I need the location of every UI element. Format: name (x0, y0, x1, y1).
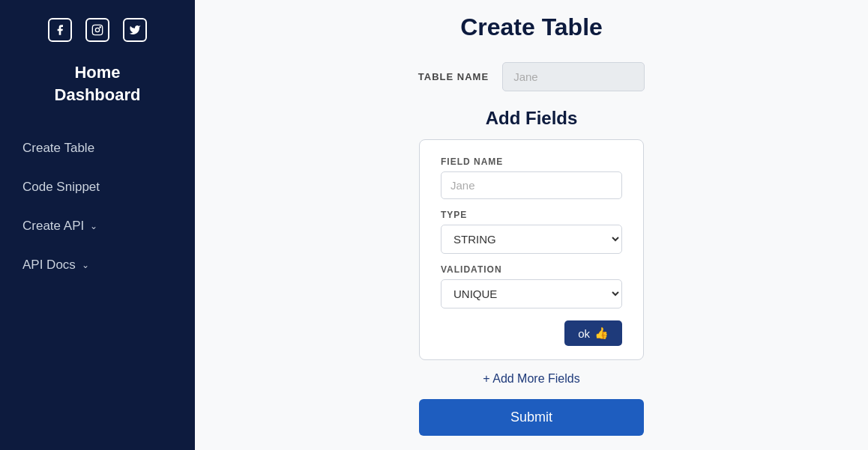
sidebar-dashboard-label: Dashboard (55, 85, 141, 105)
chevron-down-icon: ⌄ (90, 221, 97, 231)
sidebar-item-api-docs[interactable]: API Docs ⌄ (0, 246, 195, 285)
ok-button-label: ok (578, 327, 590, 340)
facebook-icon[interactable] (48, 18, 72, 42)
social-icons-container (48, 18, 147, 42)
sidebar-item-create-table[interactable]: Create Table (0, 129, 195, 168)
field-name-section: FIELD NAME (441, 156, 622, 210)
add-fields-title: Add Fields (486, 108, 578, 129)
sidebar-item-code-snippet[interactable]: Code Snippet (0, 168, 195, 207)
type-label: TYPE (441, 210, 622, 220)
thumbs-up-icon: 👍 (594, 326, 609, 340)
field-name-input[interactable] (441, 171, 622, 199)
main-content: Create Table TABLE NAME Add Fields FIELD… (195, 0, 868, 450)
field-card: FIELD NAME TYPE STRING INTEGER BOOLEAN D… (419, 139, 644, 360)
chevron-down-icon: ⌄ (82, 260, 89, 270)
svg-rect-0 (92, 25, 102, 34)
validation-select[interactable]: UNIQUE REQUIRED OPTIONAL NONE (441, 279, 622, 308)
sidebar-item-create-api[interactable]: Create API ⌄ (0, 207, 195, 246)
page-title: Create Table (460, 13, 603, 41)
sidebar-home-label: Home (74, 63, 120, 82)
sidebar-item-create-table-label: Create Table (22, 141, 94, 156)
svg-point-2 (100, 27, 100, 28)
type-select[interactable]: STRING INTEGER BOOLEAN DATE FLOAT (441, 225, 622, 254)
validation-section: VALIDATION UNIQUE REQUIRED OPTIONAL NONE (441, 264, 622, 319)
field-name-label: FIELD NAME (441, 156, 622, 167)
sidebar-item-code-snippet-label: Code Snippet (22, 180, 100, 195)
table-name-label: TABLE NAME (418, 71, 489, 82)
submit-button[interactable]: Submit (419, 399, 644, 436)
table-name-row: TABLE NAME (418, 62, 645, 91)
sidebar-item-api-docs-label: API Docs (22, 258, 76, 273)
add-more-fields-link[interactable]: + Add More Fields (483, 372, 579, 386)
table-name-input[interactable] (502, 62, 645, 91)
ok-button[interactable]: ok 👍 (564, 320, 622, 346)
sidebar-item-create-api-label: Create API (22, 219, 84, 234)
sidebar-nav: Create Table Code Snippet Create API ⌄ A… (0, 129, 195, 285)
validation-label: VALIDATION (441, 264, 622, 275)
svg-point-1 (95, 28, 99, 31)
instagram-icon[interactable] (85, 18, 109, 42)
type-section: TYPE STRING INTEGER BOOLEAN DATE FLOAT (441, 210, 622, 264)
sidebar: Home Dashboard Create Table Code Snippet… (0, 0, 195, 450)
twitter-icon[interactable] (123, 18, 147, 42)
